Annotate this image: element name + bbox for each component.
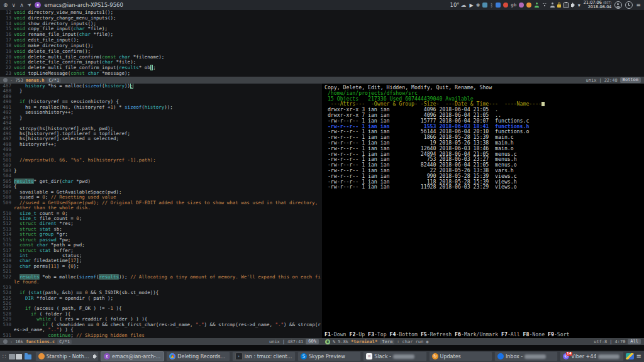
redacted-text [598, 354, 619, 359]
task-button-skype[interactable]: SSkype Preview [297, 351, 361, 361]
modeline-terminal[interactable]: 0 % 5.8k *terminal* Term : char run ◉ ut… [322, 338, 644, 345]
tray-app-icon-4[interactable] [519, 3, 524, 8]
task-button-terminal[interactable]: ›ian : tmux: client — Ko... [232, 351, 296, 361]
buffer-name: functions.c [26, 339, 55, 344]
temperature-label: 10° [450, 2, 460, 8]
buffer-window-menus-h[interactable]: 12void directory_view_menu_inputs1();13v… [0, 10, 644, 77]
fkey-label: F5 [421, 331, 427, 337]
code-line[interactable]: 488 } [0, 89, 322, 94]
modified-flag: - [10, 78, 13, 83]
user-status-icon[interactable] [550, 3, 555, 8]
file-manager-icon[interactable] [25, 354, 31, 359]
code-line[interactable]: 487 history *hs = malloc(sizeof(history)… [0, 84, 322, 89]
applications-menu-icon[interactable]: ∷ [3, 351, 6, 362]
task-label: Slack - [374, 354, 391, 359]
code-line[interactable]: 493 } [0, 116, 322, 121]
code-line[interactable]: 509 //sused = GetUsedSpace(pwd); // Orig… [0, 200, 322, 211]
code-line[interactable]: 502 [0, 163, 322, 168]
separator: | [282, 339, 285, 344]
code-line[interactable]: 501 //mvprintw(0, 66, "%s", hs[historyre… [0, 158, 322, 163]
taskbar-menu-icon[interactable]: ≡ [636, 351, 641, 362]
clock[interactable]: 21:07:06 (BST) 2018-06-04 [584, 1, 612, 9]
task-button-updates[interactable]: ↻Updates [429, 351, 492, 361]
task-button-slack[interactable]: ⌗Slack - [363, 351, 426, 361]
fkey-label: F9 [548, 331, 554, 337]
buffer-size: 16k [15, 339, 23, 344]
minibuffer[interactable] [0, 345, 644, 351]
code-line[interactable]: 498 historyref++; [0, 142, 322, 147]
panel-right: 10° ☁ ▶✱ᛒgb▾ 21:07:06 (BST) 2018-06-04 ≡ [450, 0, 641, 10]
file-row-views-o[interactable]: -rw-r--r-- 1 ian ian 11928 2018-06-03 23… [325, 184, 644, 190]
code-text [14, 147, 322, 152]
media-play-icon[interactable]: ▶ [470, 3, 474, 8]
buffer-name: menus.h [26, 78, 45, 83]
weather-indicator[interactable]: 10° ☁ [450, 2, 467, 8]
code-line[interactable]: 530 if ( showhidden == 0 && check_first_… [0, 322, 322, 333]
tray-app-icon-2[interactable] [482, 3, 487, 8]
shade-window-icon[interactable]: ∨ [12, 0, 16, 10]
code-line[interactable]: 17void edit_file_input(); [0, 38, 644, 43]
code-line[interactable]: 531 continue; // Skipping hidden files [0, 333, 322, 338]
close-window-icon[interactable]: ⊗ [3, 0, 8, 10]
modeline-menus-h[interactable]: - 753 menus.h C/*1 unix | 22:48 Bottom [0, 77, 644, 84]
code-line[interactable]: 492 sessionhistory++; [0, 110, 322, 115]
line-number: 23 [0, 71, 14, 77]
code-text: if ( showhidden == 0 && check_first_char… [14, 322, 322, 333]
task-button-thunderbird[interactable]: Inbox - [494, 351, 558, 361]
clipboard-icon[interactable] [564, 3, 569, 8]
code-text: void show_directory_inputs(); [14, 21, 644, 27]
task-label: Deleting Records from... [177, 354, 226, 359]
code-line[interactable]: 499 [0, 147, 322, 152]
code-text: char perms[11] = {0}; [14, 264, 322, 269]
unshade-window-icon[interactable]: ∧ [19, 0, 24, 10]
keyboard-layout-indicator[interactable]: gb [511, 3, 516, 8]
updates-icon: ↻ [432, 353, 438, 359]
line-number: 531 [0, 333, 14, 338]
caret-down-icon[interactable]: ▾ [578, 3, 580, 8]
redacted-text [393, 354, 414, 359]
recording-icon[interactable] [503, 3, 508, 8]
wifi-icon[interactable] [541, 3, 547, 7]
code-line[interactable]: 13void directory_change_menu_inputs(); [0, 16, 644, 21]
show-desktop-icon[interactable] [626, 353, 634, 359]
online-user-icon[interactable] [534, 3, 539, 8]
code-text: results* get_dir(char *pwd) [14, 179, 322, 184]
code-line[interactable]: 505results* get_dir(char *pwd) [0, 179, 322, 184]
code-line[interactable]: 525 DIR *folder = opendir ( path ); [0, 296, 322, 301]
task-button-emacs[interactable]: εemacs@ian-arch-XPS1... [101, 351, 164, 361]
code-line[interactable]: 23void topLineMessage(const char *messag… [0, 71, 644, 77]
task-button-chrome[interactable]: Deleting Records from... [166, 351, 230, 361]
chrome-icon [169, 353, 175, 359]
taskbar-right: ≡ [626, 351, 641, 362]
tray-app-icon-1[interactable]: ✱ [476, 3, 480, 8]
terminal-dfshow[interactable]: Copy, Delete, Edit, Hidden, Modify, Quit… [322, 84, 644, 338]
tray-app-icon-3[interactable] [496, 3, 501, 8]
code-line[interactable]: 503} [0, 168, 322, 173]
scroll-position: All [628, 339, 641, 344]
top-panel: ⊗ ∨ ∧ ➤ ε emacs@ian-arch-XPS15-9560 10° … [0, 0, 644, 10]
task-button-viber[interactable]: ✆14Viber +44 [560, 351, 623, 361]
session-power-icon[interactable] [625, 1, 633, 9]
code-text: historyref++; [14, 142, 322, 147]
user-account-icon[interactable] [614, 1, 622, 9]
buffer-window-functions-c[interactable]: 487 history *hs = malloc(sizeof(history)… [0, 84, 322, 338]
workspace-switcher[interactable] [9, 354, 22, 359]
thunderbird-icon [497, 353, 504, 359]
panel-menu-icon[interactable]: ≡ [636, 0, 641, 10]
task-label: Starship - Nothing'... [47, 354, 90, 359]
pin-window-icon[interactable]: ➤ [25, 0, 35, 10]
bluetooth-icon[interactable]: ᛒ [490, 3, 493, 8]
modeline-functions-c[interactable]: - 16k functions.c C/*1 unix | 487:41 60% [0, 338, 322, 345]
code-line[interactable]: 522 results *ob = malloc(sizeof(results)… [0, 275, 322, 285]
modified-flag: - [10, 339, 13, 344]
code-line[interactable]: 16void rename_file_input(char *file); [0, 32, 644, 38]
lock-icon[interactable] [557, 4, 561, 8]
code-text: history *hs = malloc(sizeof(history)); [14, 84, 322, 89]
volume-icon[interactable] [571, 4, 574, 7]
task-button-starship[interactable]: Starship - Nothing'... [35, 351, 99, 361]
tray-app-icon-5[interactable] [526, 3, 531, 8]
code-text: //sused = GetUsedSpace(pwd); // Original… [14, 200, 322, 211]
code-line[interactable]: 520 char perms[11] = {0}; [0, 264, 322, 269]
code-line[interactable]: 18void make_directory_input(); [0, 43, 644, 49]
code-text: } [14, 89, 322, 94]
